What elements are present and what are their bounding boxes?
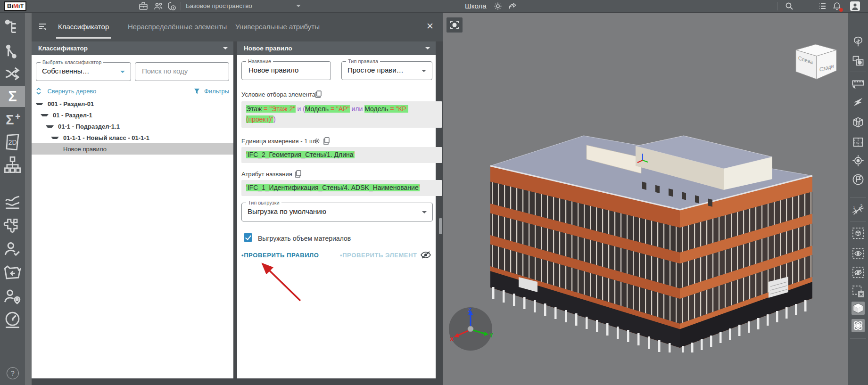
user-location-icon[interactable] (2, 286, 23, 306)
check-rule-button[interactable]: •ПРОВЕРИТЬ ПРАВИЛО (241, 252, 319, 259)
flash-icon[interactable] (851, 95, 865, 108)
bimit-logo[interactable]: BiMiT (4, 1, 26, 11)
select-elements-icon[interactable] (2, 41, 23, 61)
section-box-icon[interactable] (851, 115, 865, 129)
panel-menu-icon[interactable] (38, 23, 49, 31)
svg-text:2: 2 (860, 204, 862, 207)
close-panel-icon[interactable]: ✕ (424, 21, 436, 32)
panel-scrollbar-thumb[interactable] (439, 218, 442, 234)
toolbar-separator (850, 221, 866, 222)
name-attr-label: Атрибут названия (241, 171, 292, 178)
export-type-select[interactable]: Тип выгрузки Выгрузка по умолчанию (241, 203, 433, 221)
tree-item[interactable]: 01 - Раздел-1 (32, 109, 233, 121)
rule-header-caret-icon[interactable] (425, 47, 430, 49)
materials-checkbox[interactable] (244, 233, 252, 242)
list-icon[interactable] (817, 1, 827, 11)
tree-expand-arrow-icon[interactable] (41, 114, 49, 116)
view-cube[interactable]: Слева Сзади (791, 41, 840, 80)
building-model[interactable] (486, 126, 835, 352)
classifier-sigma-icon[interactable]: Σ (2, 86, 23, 106)
hide-eye-icon[interactable] (851, 266, 865, 279)
filters-button[interactable]: Фильтры (194, 87, 229, 94)
floor-plan-icon[interactable] (851, 135, 865, 148)
tree-item[interactable]: 01-1 - Подраздел-1.1 (32, 121, 233, 132)
notification-badge (839, 8, 843, 12)
classifier-select-caret-icon[interactable] (120, 71, 125, 73)
plugins-puzzle-icon[interactable] (2, 215, 23, 236)
check-element-button[interactable]: •ПРОВЕРИТЬ ЭЛЕМЕНТ (340, 252, 417, 259)
copy-condition-icon[interactable] (315, 90, 322, 98)
rule-name-label: Название (246, 58, 273, 64)
axis-gizmo[interactable]: Z X Y (448, 306, 493, 352)
sigma-plus-icon[interactable]: Σ + (2, 109, 23, 130)
tab-unallocated-elements[interactable]: Нераспределённые элементы (126, 23, 229, 37)
name-attr-expression[interactable]: 'IFC_1_Идентификация_Стены/4. ADSK_Наиме… (241, 180, 442, 196)
model-tree-icon[interactable] (2, 18, 23, 38)
trend-chart-icon[interactable] (2, 192, 23, 213)
condition-expression[interactable]: Этаж = "Этаж 2" и (Модель = "АР" или Мод… (241, 101, 442, 128)
classifier-panel-header[interactable]: Классификатор (32, 41, 233, 55)
share-icon[interactable] (507, 1, 518, 11)
tree-item[interactable]: 01-1-1 - Новый класс - 01-1-1 (32, 132, 233, 143)
tree-item-label: Новое правило (63, 146, 107, 153)
rule-panel: Новое правило Название Тип правила Прост… (237, 41, 436, 378)
focus-target-icon[interactable] (851, 154, 865, 167)
tree-expand-arrow-icon[interactable] (35, 103, 43, 105)
isolate-box-icon[interactable] (851, 227, 865, 240)
expression-token: Этаж (246, 105, 262, 113)
show-eye-icon[interactable] (851, 247, 865, 260)
classifier-select-label: Выбрать классификатор (41, 59, 103, 65)
viewport-focus-button[interactable] (446, 17, 463, 33)
2d-view-icon[interactable]: 2D (2, 132, 23, 152)
rule-type-caret-icon[interactable] (422, 70, 426, 72)
search-icon[interactable] (784, 1, 794, 11)
help-button[interactable]: ? (7, 367, 19, 379)
rule-name-input[interactable] (248, 66, 320, 74)
user-check-icon[interactable] (2, 239, 23, 259)
tab-classifier[interactable]: Классификатор (56, 23, 111, 39)
folder-export-icon[interactable] (2, 262, 23, 283)
model-viewport[interactable]: Слева Сзади Z X Y (443, 12, 848, 385)
orbit-icon[interactable] (851, 319, 865, 332)
rule-type-select[interactable]: Тип правила Простое прави… (341, 61, 432, 80)
tree-item-label: 01 - Раздел-1 (53, 112, 92, 119)
tree-expand-arrow-icon[interactable] (46, 125, 54, 128)
code-search-input[interactable] (141, 66, 217, 75)
tree-item[interactable]: Новое правило (32, 143, 233, 155)
org-chart-icon[interactable] (2, 155, 23, 175)
code-search-field[interactable] (135, 62, 229, 81)
tree-expand-arrow-icon[interactable] (51, 137, 59, 139)
export-type-caret-icon[interactable] (422, 211, 427, 213)
user-avatar[interactable] (850, 1, 860, 11)
dimensions-icon[interactable]: 12 (851, 204, 865, 217)
rule-name-field[interactable]: Название (241, 61, 331, 80)
tree-item[interactable]: 001 - Раздел-01 (32, 98, 233, 109)
briefcase-icon[interactable] (138, 1, 149, 11)
check-rule-label: ПРОВЕРИТЬ ПРАВИЛО (244, 252, 319, 259)
copy-name-attr-icon[interactable] (295, 170, 301, 178)
solid-cube-icon[interactable] (851, 302, 865, 315)
copy-unit-icon[interactable] (323, 137, 330, 145)
unit-gear-icon[interactable] (314, 138, 320, 144)
workspace-caret-icon[interactable] (296, 5, 301, 7)
flag-icon[interactable] (851, 173, 865, 186)
settings-gear-icon[interactable] (493, 1, 503, 11)
tree-nature-icon[interactable] (851, 35, 865, 49)
collapse-tree-button[interactable]: Свернуть дерево (36, 87, 96, 94)
rule-panel-header[interactable]: Новое правило (237, 41, 436, 55)
ruler-icon[interactable] (851, 76, 865, 90)
classifier-header-caret-icon[interactable] (223, 47, 228, 49)
shield-clock-icon[interactable] (166, 1, 177, 11)
clear-selection-icon[interactable] (851, 285, 865, 298)
workspace-selector[interactable]: Базовое пространство (186, 2, 252, 9)
unit-expression[interactable]: 'IFC_2_Геометрия_Стены/1. Длина' (241, 147, 442, 163)
dashboard-gauge-icon[interactable] (2, 310, 23, 330)
expression-token: "АР" (336, 105, 350, 113)
select-area-icon[interactable] (851, 54, 865, 67)
tab-universal-attributes[interactable]: Универсальные атрибуты (233, 23, 322, 37)
classifier-select[interactable]: Выбрать классификатор Собственны… (36, 62, 131, 81)
hide-preview-eye-off-icon[interactable] (420, 250, 431, 260)
notifications-bell-icon[interactable] (832, 1, 842, 11)
team-icon[interactable] (153, 1, 164, 11)
shuffle-icon[interactable] (2, 64, 23, 84)
